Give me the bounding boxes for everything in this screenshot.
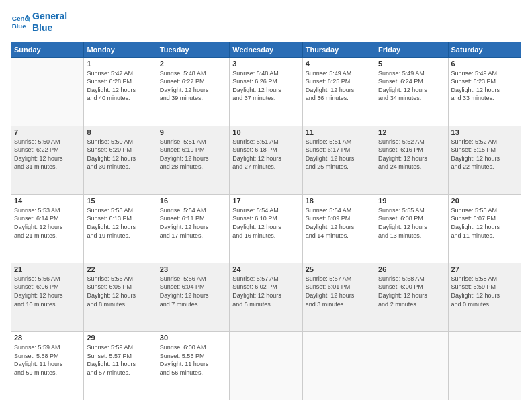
calendar-cell: 18Sunrise: 5:54 AMSunset: 6:09 PMDayligh… [302,194,375,263]
weekday-header-tuesday: Tuesday [157,42,229,57]
calendar-cell: 3Sunrise: 5:48 AMSunset: 6:26 PMDaylight… [230,57,302,126]
day-number: 28 [14,334,81,342]
logo: General Blue General Blue [11,11,67,34]
weekday-header-saturday: Saturday [448,42,521,57]
weekday-header-monday: Monday [84,42,157,57]
day-info: Sunrise: 5:47 AMSunset: 6:28 PMDaylight:… [87,69,153,103]
day-number: 1 [87,60,153,68]
svg-text:Blue: Blue [12,22,26,30]
day-info: Sunrise: 5:48 AMSunset: 6:27 PMDaylight:… [160,69,226,103]
day-number: 11 [306,128,372,136]
calendar-cell: 21Sunrise: 5:56 AMSunset: 6:06 PMDayligh… [11,263,84,331]
calendar-cell [11,57,84,126]
calendar-week-3: 14Sunrise: 5:53 AMSunset: 6:14 PMDayligh… [11,194,521,263]
logo-text-line2: Blue [32,22,67,34]
weekday-header-wednesday: Wednesday [230,42,302,57]
day-number: 3 [232,60,299,68]
calendar-cell [302,331,375,400]
day-info: Sunrise: 5:51 AMSunset: 6:17 PMDaylight:… [306,138,372,171]
calendar-cell: 17Sunrise: 5:54 AMSunset: 6:10 PMDayligh… [230,194,302,263]
day-number: 21 [14,265,81,273]
day-number: 29 [87,334,153,342]
day-info: Sunrise: 5:51 AMSunset: 6:18 PMDaylight:… [232,138,299,171]
header: General Blue General Blue [11,11,521,34]
calendar-cell: 14Sunrise: 5:53 AMSunset: 6:14 PMDayligh… [11,194,84,263]
day-info: Sunrise: 5:53 AMSunset: 6:13 PMDaylight:… [87,206,153,240]
day-number: 24 [232,265,299,273]
calendar-week-4: 21Sunrise: 5:56 AMSunset: 6:06 PMDayligh… [11,263,521,331]
day-info: Sunrise: 5:49 AMSunset: 6:23 PMDaylight:… [451,69,518,103]
day-info: Sunrise: 5:55 AMSunset: 6:07 PMDaylight:… [451,206,518,240]
calendar-cell: 6Sunrise: 5:49 AMSunset: 6:23 PMDaylight… [448,57,521,126]
calendar-cell: 11Sunrise: 5:51 AMSunset: 6:17 PMDayligh… [302,126,375,194]
calendar-cell: 16Sunrise: 5:54 AMSunset: 6:11 PMDayligh… [157,194,229,263]
day-number: 12 [378,128,445,136]
day-info: Sunrise: 5:55 AMSunset: 6:08 PMDaylight:… [378,206,445,240]
day-info: Sunrise: 5:56 AMSunset: 6:04 PMDaylight:… [160,275,226,308]
day-info: Sunrise: 5:54 AMSunset: 6:10 PMDaylight:… [232,206,299,240]
calendar-cell: 10Sunrise: 5:51 AMSunset: 6:18 PMDayligh… [230,126,302,194]
day-info: Sunrise: 6:00 AMSunset: 5:56 PMDaylight:… [160,343,226,377]
day-number: 4 [306,60,372,68]
day-info: Sunrise: 5:50 AMSunset: 6:22 PMDaylight:… [14,138,81,171]
day-number: 17 [232,197,299,205]
calendar-week-1: 1Sunrise: 5:47 AMSunset: 6:28 PMDaylight… [11,57,521,126]
calendar-cell: 1Sunrise: 5:47 AMSunset: 6:28 PMDaylight… [84,57,157,126]
day-number: 23 [160,265,226,273]
day-number: 6 [451,60,518,68]
day-number: 26 [378,265,445,273]
day-info: Sunrise: 5:54 AMSunset: 6:11 PMDaylight:… [160,206,226,240]
day-number: 22 [87,265,153,273]
calendar-cell: 27Sunrise: 5:58 AMSunset: 5:59 PMDayligh… [448,263,521,331]
day-info: Sunrise: 5:56 AMSunset: 6:05 PMDaylight:… [87,275,153,308]
calendar-cell: 15Sunrise: 5:53 AMSunset: 6:13 PMDayligh… [84,194,157,263]
day-info: Sunrise: 5:52 AMSunset: 6:16 PMDaylight:… [378,138,445,171]
day-info: Sunrise: 5:49 AMSunset: 6:24 PMDaylight:… [378,69,445,103]
day-number: 18 [306,197,372,205]
calendar-cell: 19Sunrise: 5:55 AMSunset: 6:08 PMDayligh… [375,194,448,263]
calendar-cell: 25Sunrise: 5:57 AMSunset: 6:01 PMDayligh… [302,263,375,331]
calendar-cell: 30Sunrise: 6:00 AMSunset: 5:56 PMDayligh… [157,331,229,400]
calendar-week-5: 28Sunrise: 5:59 AMSunset: 5:58 PMDayligh… [11,331,521,400]
day-info: Sunrise: 5:49 AMSunset: 6:25 PMDaylight:… [306,69,372,103]
day-info: Sunrise: 5:52 AMSunset: 6:15 PMDaylight:… [451,138,518,171]
day-number: 9 [160,128,226,136]
weekday-header-thursday: Thursday [302,42,375,57]
calendar-cell: 4Sunrise: 5:49 AMSunset: 6:25 PMDaylight… [302,57,375,126]
logo-text-line1: General [32,11,67,22]
day-info: Sunrise: 5:53 AMSunset: 6:14 PMDaylight:… [14,206,81,240]
calendar-cell: 5Sunrise: 5:49 AMSunset: 6:24 PMDaylight… [375,57,448,126]
day-info: Sunrise: 5:50 AMSunset: 6:20 PMDaylight:… [87,138,153,171]
day-info: Sunrise: 5:57 AMSunset: 6:02 PMDaylight:… [232,275,299,308]
calendar-cell: 12Sunrise: 5:52 AMSunset: 6:16 PMDayligh… [375,126,448,194]
day-info: Sunrise: 5:58 AMSunset: 6:00 PMDaylight:… [378,275,445,308]
day-number: 19 [378,197,445,205]
day-number: 7 [14,128,81,136]
calendar-cell: 20Sunrise: 5:55 AMSunset: 6:07 PMDayligh… [448,194,521,263]
calendar-cell: 7Sunrise: 5:50 AMSunset: 6:22 PMDaylight… [11,126,84,194]
calendar-week-2: 7Sunrise: 5:50 AMSunset: 6:22 PMDaylight… [11,126,521,194]
day-number: 10 [232,128,299,136]
day-info: Sunrise: 5:54 AMSunset: 6:09 PMDaylight:… [306,206,372,240]
day-info: Sunrise: 5:58 AMSunset: 5:59 PMDaylight:… [451,275,518,308]
calendar-cell: 22Sunrise: 5:56 AMSunset: 6:05 PMDayligh… [84,263,157,331]
weekday-header-row: SundayMondayTuesdayWednesdayThursdayFrid… [11,42,521,57]
calendar-cell: 28Sunrise: 5:59 AMSunset: 5:58 PMDayligh… [11,331,84,400]
weekday-header-sunday: Sunday [11,42,84,57]
day-number: 25 [306,265,372,273]
calendar-cell: 8Sunrise: 5:50 AMSunset: 6:20 PMDaylight… [84,126,157,194]
logo-icon: General Blue [11,13,30,32]
calendar-cell [448,331,521,400]
day-number: 5 [378,60,445,68]
day-info: Sunrise: 5:51 AMSunset: 6:19 PMDaylight:… [160,138,226,171]
day-info: Sunrise: 5:59 AMSunset: 5:58 PMDaylight:… [14,343,81,377]
day-number: 8 [87,128,153,136]
calendar-cell: 23Sunrise: 5:56 AMSunset: 6:04 PMDayligh… [157,263,229,331]
calendar-cell: 29Sunrise: 5:59 AMSunset: 5:57 PMDayligh… [84,331,157,400]
calendar-cell: 24Sunrise: 5:57 AMSunset: 6:02 PMDayligh… [230,263,302,331]
page: General Blue General Blue SundayMondayTu… [0,0,532,411]
calendar-cell: 26Sunrise: 5:58 AMSunset: 6:00 PMDayligh… [375,263,448,331]
day-number: 14 [14,197,81,205]
day-info: Sunrise: 5:57 AMSunset: 6:01 PMDaylight:… [306,275,372,308]
calendar-cell: 2Sunrise: 5:48 AMSunset: 6:27 PMDaylight… [157,57,229,126]
